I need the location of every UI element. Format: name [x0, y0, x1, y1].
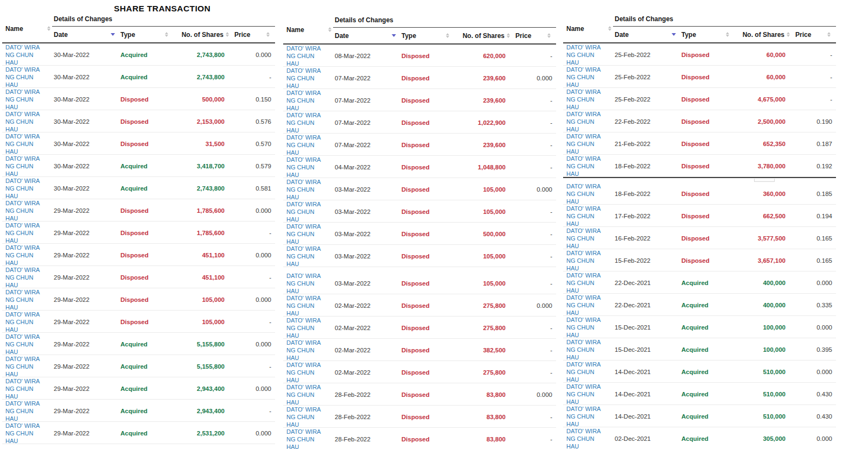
shareholder-name-link[interactable]: DATO' WIRA NG CHUN HAU: [566, 155, 601, 177]
table-row: DATO' WIRA NG CHUN HAU02-Mar-2022Dispose…: [283, 294, 556, 317]
shareholder-name-link[interactable]: DATO' WIRA NG CHUN HAU: [286, 45, 321, 67]
shares-cell: 275,800: [452, 325, 511, 331]
shareholder-name-link[interactable]: DATO' WIRA NG CHUN HAU: [5, 178, 40, 199]
shareholder-name-link[interactable]: DATO' WIRA NG CHUN HAU: [5, 289, 40, 311]
type-cell: Acquired: [680, 280, 732, 286]
column-header-no-of-shares[interactable]: No. of Shares: [171, 31, 230, 39]
column-header-date[interactable]: Date: [613, 31, 680, 39]
table-row: DATO' WIRA NG CHUN HAU25-Feb-2022Dispose…: [563, 43, 836, 66]
shareholder-name-link[interactable]: DATO' WIRA NG CHUN HAU: [5, 311, 40, 333]
type-cell: Disposed: [400, 97, 452, 104]
share-table-3: Name Details of Changes Date Type: [563, 15, 836, 449]
type-cell: Disposed: [400, 436, 452, 442]
shareholder-name-link[interactable]: DATO' WIRA NG CHUN HAU: [5, 244, 40, 266]
shares-cell: 4,675,000: [732, 96, 791, 103]
type-cell: Disposed: [680, 52, 732, 58]
shareholder-name-link[interactable]: DATO' WIRA NG CHUN HAU: [5, 378, 40, 400]
shareholder-name-link[interactable]: DATO' WIRA NG CHUN HAU: [566, 339, 601, 361]
shareholder-name-link[interactable]: DATO' WIRA NG CHUN HAU: [566, 250, 601, 271]
shareholder-name-link[interactable]: DATO' WIRA NG CHUN HAU: [286, 134, 321, 156]
shareholder-name-link[interactable]: DATO' WIRA NG CHUN HAU: [5, 88, 40, 110]
column-header-price[interactable]: Price: [230, 31, 271, 39]
column-header-name[interactable]: Name: [2, 15, 52, 42]
shareholder-name-link[interactable]: DATO' WIRA NG CHUN HAU: [5, 356, 40, 377]
shareholder-name-link[interactable]: DATO' WIRA NG CHUN HAU: [566, 205, 601, 227]
shareholder-name-link[interactable]: DATO' WIRA NG CHUN HAU: [5, 111, 40, 132]
shareholder-name-link[interactable]: DATO' WIRA NG CHUN HAU: [566, 383, 601, 405]
column-header-type[interactable]: Type: [400, 32, 452, 40]
shareholder-name-link[interactable]: DATO' WIRA NG CHUN HAU: [5, 133, 40, 155]
shareholder-name-link[interactable]: DATO' WIRA NG CHUN HAU: [286, 201, 321, 223]
shareholder-name-link[interactable]: DATO' WIRA NG CHUN HAU: [5, 422, 40, 444]
column-header-name[interactable]: Name: [563, 15, 613, 42]
shareholder-name-link[interactable]: DATO' WIRA NG CHUN HAU: [566, 406, 601, 427]
price-cell: 0.185: [791, 191, 836, 197]
share-table-1: Name Details of Changes Date Type: [2, 15, 275, 444]
shareholder-name-link[interactable]: DATO' WIRA NG CHUN HAU: [286, 179, 321, 200]
column-header-date[interactable]: Date: [333, 32, 400, 40]
shareholder-name-link[interactable]: DATO' WIRA NG CHUN HAU: [5, 222, 40, 244]
date-cell: 29-Mar-2022: [52, 230, 119, 236]
shareholder-name-link[interactable]: DATO' WIRA NG CHUN HAU: [286, 339, 321, 361]
column-header-type[interactable]: Type: [680, 31, 732, 39]
shareholder-name-link[interactable]: DATO' WIRA NG CHUN HAU: [286, 223, 321, 245]
column-header-price[interactable]: Price: [511, 32, 552, 40]
price-cell: -: [511, 253, 556, 260]
name-cell: DATO' WIRA NG CHUN HAU: [2, 177, 52, 200]
column-header-date[interactable]: Date: [52, 31, 119, 39]
shareholder-name-link[interactable]: DATO' WIRA NG CHUN HAU: [286, 245, 321, 267]
shareholder-name-link[interactable]: DATO' WIRA NG CHUN HAU: [566, 227, 601, 249]
shares-cell: 1,785,600: [171, 207, 230, 214]
table-row: DATO' WIRA NG CHUN HAU17-Feb-2022Dispose…: [563, 205, 836, 227]
column-header-type[interactable]: Type: [119, 31, 171, 39]
shareholder-name-link[interactable]: DATO' WIRA NG CHUN HAU: [286, 90, 321, 111]
shareholder-name-link[interactable]: DATO' WIRA NG CHUN HAU: [566, 44, 601, 66]
shareholder-name-link[interactable]: DATO' WIRA NG CHUN HAU: [5, 400, 40, 422]
shareholder-name-link[interactable]: DATO' WIRA NG CHUN HAU: [286, 406, 321, 428]
shareholder-name-link[interactable]: DATO' WIRA NG CHUN HAU: [566, 317, 601, 338]
name-cell: DATO' WIRA NG CHUN HAU: [2, 110, 52, 133]
shareholder-name-link[interactable]: DATO' WIRA NG CHUN HAU: [566, 133, 601, 155]
shareholder-name-link[interactable]: DATO' WIRA NG CHUN HAU: [566, 66, 601, 88]
table-row: DATO' WIRA NG CHUN HAU30-Mar-2022Dispose…: [2, 88, 275, 110]
date-cell: 29-Mar-2022: [52, 319, 119, 325]
shareholder-name-link[interactable]: DATO' WIRA NG CHUN HAU: [566, 272, 601, 294]
sort-arrows-icon: [266, 32, 270, 37]
shareholder-name-link[interactable]: DATO' WIRA NG CHUN HAU: [566, 111, 601, 132]
shareholder-name-link[interactable]: DATO' WIRA NG CHUN HAU: [5, 44, 40, 66]
column-header-no-of-shares[interactable]: No. of Shares: [732, 31, 791, 39]
date-cell: 04-Mar-2022: [333, 164, 400, 170]
column-header-name[interactable]: Name: [283, 16, 333, 43]
date-cell: 29-Mar-2022: [52, 207, 119, 214]
type-cell: Disposed: [400, 302, 452, 309]
table-row: DATO' WIRA NG CHUN HAU29-Mar-2022Acquire…: [2, 333, 275, 355]
name-cell: DATO' WIRA NG CHUN HAU: [563, 155, 613, 178]
shareholder-name-link[interactable]: DATO' WIRA NG CHUN HAU: [286, 273, 321, 294]
date-cell: 30-Mar-2022: [52, 52, 119, 58]
name-cell: DATO' WIRA NG CHUN HAU: [563, 294, 613, 317]
shareholder-name-link[interactable]: DATO' WIRA NG CHUN HAU: [5, 155, 40, 177]
shareholder-name-link[interactable]: DATO' WIRA NG CHUN HAU: [5, 200, 40, 222]
shareholder-name-link[interactable]: DATO' WIRA NG CHUN HAU: [286, 156, 321, 178]
shareholder-name-link[interactable]: DATO' WIRA NG CHUN HAU: [5, 66, 40, 88]
shareholder-name-link[interactable]: DATO' WIRA NG CHUN HAU: [286, 317, 321, 339]
shareholder-name-link[interactable]: DATO' WIRA NG CHUN HAU: [286, 362, 321, 383]
shareholder-name-link[interactable]: DATO' WIRA NG CHUN HAU: [566, 183, 601, 205]
shareholder-name-link[interactable]: DATO' WIRA NG CHUN HAU: [5, 267, 40, 288]
shareholder-name-link[interactable]: DATO' WIRA NG CHUN HAU: [286, 112, 321, 134]
price-cell: -: [791, 52, 836, 58]
column-header-price[interactable]: Price: [791, 31, 832, 39]
date-cell: 29-Mar-2022: [52, 385, 119, 392]
shareholder-name-link[interactable]: DATO' WIRA NG CHUN HAU: [286, 428, 321, 449]
table-row: DATO' WIRA NG CHUN HAU29-Mar-2022Acquire…: [2, 355, 275, 377]
shareholder-name-link[interactable]: DATO' WIRA NG CHUN HAU: [566, 294, 601, 316]
column-header-no-of-shares[interactable]: No. of Shares: [452, 32, 511, 40]
shareholder-name-link[interactable]: DATO' WIRA NG CHUN HAU: [566, 428, 601, 449]
shareholder-name-link[interactable]: DATO' WIRA NG CHUN HAU: [566, 88, 601, 110]
shareholder-name-link[interactable]: DATO' WIRA NG CHUN HAU: [286, 295, 321, 317]
shareholder-name-link[interactable]: DATO' WIRA NG CHUN HAU: [286, 67, 321, 89]
shareholder-name-link[interactable]: DATO' WIRA NG CHUN HAU: [5, 333, 40, 355]
shareholder-name-link[interactable]: DATO' WIRA NG CHUN HAU: [566, 361, 601, 383]
shareholder-name-link[interactable]: DATO' WIRA NG CHUN HAU: [286, 384, 321, 406]
table-row: DATO' WIRA NG CHUN HAU07-Mar-2022Dispose…: [283, 134, 556, 156]
